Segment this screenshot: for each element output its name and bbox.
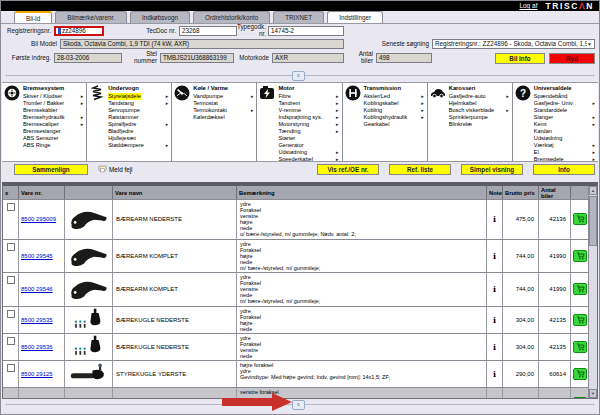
- tab-trixnet[interactable]: TRIXNET: [273, 11, 324, 23]
- category-item-v-rkt-j[interactable]: Værktøj▸: [534, 142, 596, 149]
- recent-search-select[interactable]: Registreringsnr.: ZZ24896 - Skoda, Octav…: [432, 39, 595, 49]
- category-item-slanger[interactable]: Slanger▸: [534, 114, 596, 121]
- row-checkbox[interactable]: [7, 337, 15, 345]
- category-item-v-remme[interactable]: V-remme▸: [278, 107, 339, 114]
- category-item-indspr-jtning-sys[interactable]: Indsprøjtning sys.▸: [278, 114, 339, 121]
- category-item-blinkrel[interactable]: Blinkrelæ: [449, 121, 510, 128]
- category-item-el[interactable]: El▸: [534, 149, 596, 156]
- category-item-ratstammer[interactable]: Ratstammer: [108, 114, 169, 121]
- type-approval-input[interactable]: 14745-2: [268, 26, 344, 36]
- car-info-button[interactable]: Bil Info: [495, 53, 545, 64]
- category-item-gasfjedre-univ[interactable]: Gasfjedre- Univ▸: [534, 100, 596, 107]
- info-icon[interactable]: i: [487, 361, 503, 387]
- category-item-vandpumpe[interactable]: Vandpumpe▸: [193, 93, 254, 100]
- category-item-kemi[interactable]: Kemi▸: [534, 121, 596, 128]
- category-item-generator[interactable]: Generator: [278, 142, 339, 149]
- row-checkbox[interactable]: [7, 310, 15, 318]
- row-checkbox[interactable]: [7, 364, 15, 372]
- info-icon[interactable]: i: [487, 388, 503, 399]
- row-checkbox[interactable]: [7, 276, 15, 284]
- info-icon[interactable]: i: [487, 240, 503, 272]
- category-item-servopumpe[interactable]: Servopumpe: [108, 107, 169, 114]
- tecdoc-input[interactable]: 23268: [179, 26, 237, 36]
- category-item-koblingshydraulik[interactable]: Koblingshydraulik▸: [364, 114, 425, 121]
- add-to-cart-button[interactable]: [573, 283, 587, 295]
- info-icon[interactable]: i: [487, 273, 503, 305]
- tab-bilm-rke-varenr[interactable]: Bilmærke/varenr.: [55, 11, 127, 23]
- category-item-sp-ndeb-nd[interactable]: Spændebånd: [534, 93, 596, 100]
- category-item-gearkabel[interactable]: Gearkabel: [364, 121, 425, 128]
- add-to-cart-button[interactable]: [573, 397, 587, 399]
- category-item-speederkabel[interactable]: Speederkabel▸: [278, 156, 339, 162]
- tab-indstillinger[interactable]: Indstillinger: [327, 11, 383, 23]
- add-to-cart-button[interactable]: [573, 314, 587, 326]
- collapse-handle-bottom[interactable]: ≡: [292, 400, 305, 410]
- category-item-hjullejes-t[interactable]: Hjullejesæt: [108, 135, 169, 142]
- part-number-link[interactable]: 8500 29536: [21, 344, 53, 350]
- tab-bil-id[interactable]: Bil-Id: [14, 11, 52, 23]
- logout-link[interactable]: Log af: [519, 2, 537, 9]
- category-item-bremsekabler[interactable]: Bremsekabler: [23, 107, 84, 114]
- part-number-link[interactable]: 8500 29546: [21, 286, 53, 292]
- add-to-cart-button[interactable]: [573, 250, 587, 262]
- category-item-tromler-bakker[interactable]: Tromler / Bakker▸: [23, 100, 84, 107]
- category-item-tandrem[interactable]: Tandrem▸: [278, 100, 339, 107]
- category-item-hjelmkabel[interactable]: Hjelmkabel: [449, 100, 510, 107]
- category-item-filtre[interactable]: Filtre▸: [278, 93, 339, 100]
- part-number-link[interactable]: 8500 29125: [21, 371, 53, 377]
- scroll-up-icon[interactable]: ▲: [589, 186, 597, 195]
- part-number-link[interactable]: 8500 29545: [21, 253, 53, 259]
- report-error-button[interactable]: Meld fejl: [98, 165, 132, 174]
- category-item-starter[interactable]: Starter: [278, 135, 339, 142]
- table-scrollbar[interactable]: ▲ ▼: [588, 186, 597, 398]
- category-item-standarddele[interactable]: Standarddele: [534, 107, 596, 114]
- category-item-bremseslanger[interactable]: Bremseslanger: [23, 128, 84, 135]
- category-item-t-nding[interactable]: Tænding▸: [278, 128, 339, 135]
- category-item-bremsehydraulik[interactable]: Bremsehydraulik▸: [23, 114, 84, 121]
- part-number-link[interactable]: 8500 29535: [21, 317, 53, 323]
- category-item-kobling[interactable]: Kobling▸: [364, 107, 425, 114]
- scrollbar-thumb[interactable]: [589, 196, 597, 246]
- category-item-aksler-led[interactable]: Aksler/Led▸: [364, 93, 425, 100]
- category-item-udst-dning[interactable]: Udstødning▸: [278, 149, 339, 156]
- row-checkbox[interactable]: [7, 203, 15, 211]
- category-item-motorstyring[interactable]: Motorstyring▸: [278, 121, 339, 128]
- category-item-bremsedele[interactable]: Bremsedele▸: [534, 156, 596, 162]
- add-to-cart-button[interactable]: [573, 341, 587, 353]
- category-item-abs-ringe[interactable]: ABS Ringe: [23, 142, 84, 149]
- vis-ref-oe-nr-button[interactable]: Vis ref./OE nr.: [317, 164, 379, 175]
- category-item-termokontakt[interactable]: Termokontakt▸: [193, 107, 254, 114]
- category-item-udst-dning[interactable]: Udstødning: [534, 135, 596, 142]
- category-item-bremsecaliper[interactable]: Bremsecaliper▸: [23, 121, 84, 128]
- compare-button[interactable]: Sammenlign: [14, 164, 88, 175]
- category-item-k-lerd-ksel[interactable]: Kølerdæksel: [193, 114, 254, 121]
- category-item-kardan[interactable]: Kardan: [534, 128, 596, 135]
- category-item-bladfjedre[interactable]: Bladfjedre: [108, 128, 169, 135]
- info-icon[interactable]: i: [487, 307, 503, 333]
- registration-input[interactable]: zz24896: [54, 26, 104, 36]
- part-number-link[interactable]: 8500 295009: [21, 216, 56, 222]
- category-item-sprinklerpumpe[interactable]: Sprinklerpumpe: [449, 114, 510, 121]
- category-item-st-dd-mpere[interactable]: Støddæmpere▸: [108, 142, 169, 149]
- simpel-visning-button[interactable]: Simpel visning: [461, 164, 523, 175]
- category-item-spiralfjedre[interactable]: Spiralfjedre▸: [108, 121, 169, 128]
- category-item-termostat[interactable]: Termostat: [193, 100, 254, 107]
- row-checkbox[interactable]: [7, 243, 15, 251]
- scroll-down-icon[interactable]: ▼: [589, 389, 597, 398]
- clear-button[interactable]: Ryd: [549, 53, 595, 64]
- tab-indk-bsvogn[interactable]: Indkøbsvogn: [130, 11, 190, 23]
- category-item-styret-jsdele[interactable]: Styretøjsdele▸: [108, 93, 169, 100]
- category-item-bosch-viskerblade[interactable]: Bosch viskerblade▸: [449, 107, 510, 114]
- category-item-koblingskabel[interactable]: Koblingskabel▸: [364, 100, 425, 107]
- category-item-skiver-klodser[interactable]: Skiver / Klodser▸: [23, 93, 84, 100]
- add-to-cart-button[interactable]: [573, 368, 587, 380]
- info-icon[interactable]: i: [487, 200, 503, 239]
- category-item-tandstang[interactable]: Tandstang▸: [108, 100, 169, 107]
- collapse-handle-top[interactable]: ≡: [292, 71, 305, 81]
- tab-ordrehistorik-konto[interactable]: Ordrehistorik/konto: [193, 11, 270, 23]
- info-button[interactable]: Info: [533, 164, 595, 175]
- category-item-abs-sensorer[interactable]: ABS Sensorer: [23, 135, 84, 142]
- ref-liste-button[interactable]: Ref. liste: [389, 164, 451, 175]
- category-item-gasfjedre-auto[interactable]: Gasfjedre-auto▸: [449, 93, 510, 100]
- add-to-cart-button[interactable]: [573, 213, 587, 225]
